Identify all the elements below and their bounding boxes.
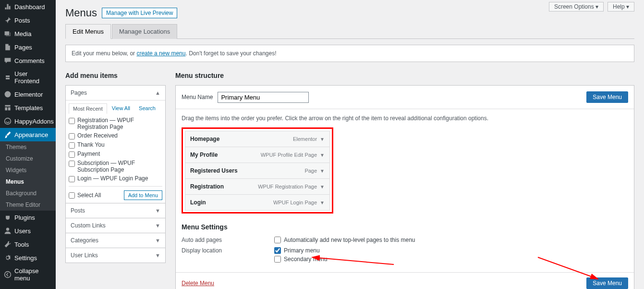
sidebar-sub-themes[interactable]: Themes bbox=[0, 141, 56, 153]
sidebar-posts[interactable]: Posts bbox=[0, 13, 56, 27]
sidebar-sub-widgets[interactable]: Widgets bbox=[0, 164, 56, 176]
menu-item-row[interactable]: RegistrationWPUF Registration Page▼ bbox=[185, 178, 330, 195]
page-checkbox[interactable] bbox=[69, 133, 75, 139]
page-checkbox-item[interactable]: Registration — WPUF Registration Page bbox=[69, 116, 162, 131]
secondary-menu-checkbox[interactable] bbox=[274, 256, 281, 263]
page-checkbox[interactable] bbox=[69, 142, 75, 149]
sidebar-label: Dashboard bbox=[14, 3, 45, 11]
sidebar-user-frontend[interactable]: User Frontend bbox=[0, 67, 56, 88]
auto-add-checkbox[interactable] bbox=[274, 237, 281, 243]
inner-tab-view-all[interactable]: View All bbox=[108, 103, 134, 114]
chevron-down-icon[interactable]: ▼ bbox=[320, 184, 325, 189]
screen-options-button[interactable]: Screen Options ▾ bbox=[549, 2, 604, 12]
collapse-icon bbox=[4, 271, 12, 278]
plug-icon bbox=[4, 214, 12, 221]
page-checkbox[interactable] bbox=[69, 176, 75, 182]
menu-item-row[interactable]: HomepageElementor▼ bbox=[185, 131, 330, 147]
page-checkbox-item[interactable]: Thank You bbox=[69, 140, 162, 150]
sidebar-happyaddons[interactable]: HappyAddons bbox=[0, 114, 56, 128]
dashboard-icon bbox=[4, 3, 12, 11]
sidebar-label: Pages bbox=[14, 44, 32, 51]
secondary-menu-label: Secondary menu bbox=[284, 256, 328, 263]
menu-name-label: Menu Name bbox=[182, 94, 213, 101]
menu-item-title: Homepage bbox=[190, 136, 219, 142]
gear-icon bbox=[4, 254, 12, 262]
save-menu-bottom-button[interactable]: Save Menu bbox=[586, 277, 628, 289]
add-items-heading: Add menu items bbox=[65, 72, 166, 79]
add-items-column: Add menu items Pages▲ Most Recent View A… bbox=[65, 72, 166, 289]
secondary-menu-checkbox-row[interactable]: Secondary menu bbox=[274, 256, 328, 263]
menu-item-row[interactable]: My ProfileWPUF Profile Edit Page▼ bbox=[185, 147, 330, 163]
info-prefix: Edit your menu below, or bbox=[72, 50, 136, 57]
save-menu-top-button[interactable]: Save Menu bbox=[586, 91, 628, 103]
menu-name-input[interactable] bbox=[218, 92, 309, 103]
manage-live-preview-button[interactable]: Manage with Live Preview bbox=[102, 8, 177, 18]
select-all-checkbox[interactable] bbox=[69, 192, 75, 199]
inner-tab-search[interactable]: Search bbox=[135, 103, 159, 114]
accordion-header-categories[interactable]: Categories▼ bbox=[66, 233, 165, 248]
sidebar-sub-background[interactable]: Background bbox=[0, 188, 56, 199]
svg-point-1 bbox=[5, 118, 11, 125]
create-menu-link[interactable]: create a new menu bbox=[136, 50, 185, 57]
menu-item-type: WPUF Login Page bbox=[273, 200, 317, 205]
sidebar-sub-customize[interactable]: Customize bbox=[0, 153, 56, 164]
accordion-header-pages[interactable]: Pages▲ bbox=[66, 86, 165, 100]
sidebar-users[interactable]: Users bbox=[0, 224, 56, 238]
page-checkbox-item[interactable]: Login — WPUF Login Page bbox=[69, 174, 162, 183]
acc-label: Custom Links bbox=[71, 222, 106, 229]
inner-tab-most-recent[interactable]: Most Recent bbox=[69, 103, 107, 114]
chevron-down-icon[interactable]: ▼ bbox=[320, 168, 325, 174]
page-checkbox-item[interactable]: Order Received bbox=[69, 131, 162, 140]
page-checkbox[interactable] bbox=[69, 161, 75, 167]
admin-sidebar: Dashboard Posts Media Pages Comments Use… bbox=[0, 0, 56, 289]
sidebar-dashboard[interactable]: Dashboard bbox=[0, 0, 56, 13]
sidebar-templates[interactable]: Templates bbox=[0, 101, 56, 114]
sidebar-tools[interactable]: Tools bbox=[0, 238, 56, 251]
info-suffix: . Don't forget to save your changes! bbox=[185, 50, 276, 57]
page-checkbox-item[interactable]: Subscription — WPUF Subscription Page bbox=[69, 159, 162, 174]
comment-icon bbox=[4, 57, 12, 64]
page-label: Registration — WPUF Registration Page bbox=[77, 117, 162, 130]
sidebar-label: Elementor bbox=[14, 91, 43, 98]
sidebar-comments[interactable]: Comments bbox=[0, 54, 56, 67]
sidebar-appearance[interactable]: Appearance bbox=[0, 128, 56, 141]
help-button[interactable]: Help ▾ bbox=[608, 2, 634, 12]
menu-item-type: Elementor bbox=[293, 136, 317, 142]
page-checkbox[interactable] bbox=[69, 151, 75, 158]
page-checkbox[interactable] bbox=[69, 118, 75, 124]
accordion-user-links: User Links▼ bbox=[65, 248, 166, 263]
structure-heading: Menu structure bbox=[175, 72, 634, 79]
sidebar-label: Users bbox=[14, 227, 31, 235]
primary-menu-checkbox-row[interactable]: Primary menu bbox=[274, 247, 328, 254]
sidebar-media[interactable]: Media bbox=[0, 27, 56, 40]
menu-item-row[interactable]: LoginWPUF Login Page▼ bbox=[185, 194, 330, 211]
sidebar-label: Appearance bbox=[14, 131, 48, 138]
display-location-label: Display location bbox=[182, 247, 274, 263]
svg-point-0 bbox=[5, 91, 11, 98]
chevron-down-icon[interactable]: ▼ bbox=[320, 137, 325, 142]
primary-menu-checkbox[interactable] bbox=[274, 247, 281, 254]
chevron-up-icon: ▲ bbox=[155, 90, 160, 96]
sidebar-collapse[interactable]: Collapse menu bbox=[0, 264, 56, 285]
chevron-down-icon[interactable]: ▼ bbox=[320, 200, 325, 205]
sidebar-sub-menus[interactable]: Menus bbox=[0, 176, 56, 188]
sidebar-sub-theme-editor[interactable]: Theme Editor bbox=[0, 199, 56, 211]
chevron-down-icon[interactable]: ▼ bbox=[320, 152, 325, 158]
tab-edit-menus[interactable]: Edit Menus bbox=[65, 24, 111, 39]
sidebar-settings[interactable]: Settings bbox=[0, 251, 56, 264]
tab-manage-locations[interactable]: Manage Locations bbox=[112, 24, 177, 39]
sidebar-elementor[interactable]: Elementor bbox=[0, 88, 56, 101]
sidebar-label: Templates bbox=[14, 104, 43, 112]
accordion-header-posts[interactable]: Posts▼ bbox=[66, 203, 165, 218]
page-checkbox-item[interactable]: Payment bbox=[69, 150, 162, 159]
select-all[interactable]: Select All bbox=[69, 192, 101, 199]
accordion-header-custom-links[interactable]: Custom Links▼ bbox=[66, 218, 165, 233]
sidebar-plugins[interactable]: Plugins bbox=[0, 211, 56, 224]
delete-menu-link[interactable]: Delete Menu bbox=[182, 280, 214, 287]
sidebar-pages[interactable]: Pages bbox=[0, 40, 56, 54]
auto-add-checkbox-row[interactable]: Automatically add new top-level pages to… bbox=[274, 237, 415, 243]
page-label: Order Received bbox=[77, 132, 118, 139]
menu-item-row[interactable]: Registered UsersPage▼ bbox=[185, 163, 330, 179]
accordion-header-user-links[interactable]: User Links▼ bbox=[66, 248, 165, 263]
add-to-menu-button[interactable]: Add to Menu bbox=[124, 190, 162, 200]
